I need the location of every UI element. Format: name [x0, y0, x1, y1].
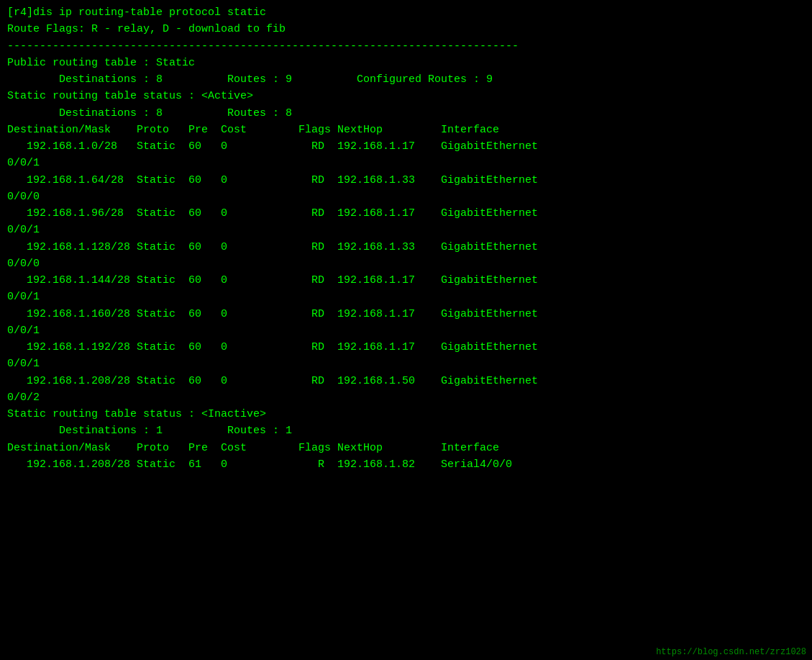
- terminal-line: 192.168.1.64/28 Static 60 0 RD 192.168.1…: [7, 172, 805, 189]
- terminal-line: ----------------------------------------…: [7, 38, 805, 55]
- terminal-line: 0/0/0: [7, 189, 805, 205]
- terminal-line: 192.168.1.128/28 Static 60 0 RD 192.168.…: [7, 239, 805, 256]
- terminal-line: 0/0/1: [7, 289, 805, 305]
- terminal-line: 192.168.1.96/28 Static 60 0 RD 192.168.1…: [7, 205, 805, 222]
- terminal-line: 192.168.1.144/28 Static 60 0 RD 192.168.…: [7, 272, 805, 289]
- terminal-line: Route Flags: R - relay, D - download to …: [7, 21, 805, 37]
- terminal-line: 0/0/1: [7, 222, 805, 238]
- terminal-line: Static routing table status : <Active>: [7, 88, 805, 104]
- terminal-line: Public routing table : Static: [7, 55, 805, 71]
- terminal-line: Destinations : 8 Routes : 8: [7, 105, 805, 122]
- terminal-line: Destinations : 8 Routes : 9 Configured R…: [7, 71, 805, 88]
- terminal-line: 0/0/0: [7, 256, 805, 272]
- terminal-line: Destinations : 1 Routes : 1: [7, 422, 805, 439]
- terminal-window: [r4]dis ip routing-table protocol static…: [0, 0, 812, 660]
- terminal-line: 192.168.1.208/28 Static 61 0 R 192.168.1…: [7, 456, 805, 473]
- terminal-line: [r4]dis ip routing-table protocol static: [7, 4, 805, 21]
- terminal-line: Destination/Mask Proto Pre Cost Flags Ne…: [7, 122, 805, 138]
- terminal-line: 0/0/1: [7, 356, 805, 372]
- terminal-line: Static routing table status : <Inactive>: [7, 406, 805, 422]
- terminal-line: Destination/Mask Proto Pre Cost Flags Ne…: [7, 440, 805, 456]
- terminal-line: 192.168.1.160/28 Static 60 0 RD 192.168.…: [7, 306, 805, 322]
- terminal-line: 0/0/1: [7, 155, 805, 171]
- terminal-line: 0/0/2: [7, 389, 805, 406]
- watermark: https://blog.csdn.net/zrz1028: [656, 647, 806, 657]
- terminal-line: 192.168.1.192/28 Static 60 0 RD 192.168.…: [7, 339, 805, 356]
- terminal-line: 192.168.1.0/28 Static 60 0 RD 192.168.1.…: [7, 138, 805, 155]
- terminal-line: 0/0/1: [7, 322, 805, 339]
- terminal-line: 192.168.1.208/28 Static 60 0 RD 192.168.…: [7, 373, 805, 389]
